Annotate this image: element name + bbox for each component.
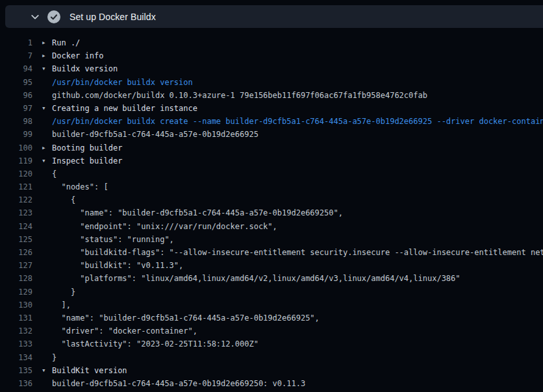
log-content: 1 ▸Run ./ 7 ▸Docker info 94 ▾Buildx vers…: [0, 28, 543, 392]
log-line: 134 }: [0, 351, 543, 364]
line-number[interactable]: 136: [0, 377, 32, 390]
line-number[interactable]: 7: [0, 49, 32, 62]
line-number[interactable]: 99: [0, 128, 32, 141]
log-text: "nodes": [: [52, 182, 108, 191]
line-number[interactable]: 100: [0, 141, 32, 154]
log-line-body: "buildkit": "v0.11.3",: [42, 259, 543, 272]
chevron-down-icon[interactable]: [30, 12, 40, 22]
line-number[interactable]: 127: [0, 259, 32, 272]
line-number[interactable]: 97: [0, 102, 32, 115]
line-number[interactable]: 131: [0, 312, 32, 325]
log-text: "endpoint": "unix:///var/run/docker.sock…: [52, 222, 277, 231]
log-text: "buildkitd-flags": "--allow-insecure-ent…: [52, 248, 543, 257]
log-group-toggle[interactable]: ▸Booting builder: [42, 141, 543, 154]
log-line: 122 {: [0, 193, 543, 206]
log-line-body: }: [42, 286, 543, 299]
caret-icon: ▸: [42, 49, 52, 62]
log-text: Booting builder: [52, 143, 122, 153]
line-number[interactable]: 124: [0, 220, 32, 233]
log-text: }: [52, 353, 57, 362]
log-text: Buildx version: [52, 64, 118, 73]
log-text: github.com/docker/buildx 0.10.3+azure-1 …: [52, 91, 427, 100]
log-text: }: [52, 288, 75, 297]
log-text: "name": "builder-d9cfb5a1-c764-445a-a57e…: [52, 313, 320, 323]
line-number[interactable]: 129: [0, 286, 32, 299]
log-text: Run ./: [52, 38, 80, 47]
log-line: 124 "endpoint": "unix:///var/run/docker.…: [0, 220, 543, 233]
line-number[interactable]: 1: [0, 36, 32, 49]
line-number[interactable]: 132: [0, 325, 32, 337]
log-line-body: "nodes": [: [42, 180, 543, 193]
caret-icon: ▸: [42, 141, 52, 154]
log-group-toggle[interactable]: ▾BuildKit version: [42, 364, 543, 377]
caret-icon: ▾: [42, 62, 52, 75]
log-line-body: "name": "builder-d9cfb5a1-c764-445a-a57e…: [42, 206, 543, 219]
log-line-body: }: [42, 351, 543, 364]
log-group-toggle[interactable]: ▾Inspect builder: [42, 154, 543, 167]
log-text: Docker info: [52, 51, 103, 60]
line-number[interactable]: 135: [0, 364, 32, 377]
log-line: 1 ▸Run ./: [0, 36, 543, 49]
log-line: 136 builder-d9cfb5a1-c764-445a-a57e-0b19…: [0, 377, 543, 390]
log-line-body: "platforms": "linux/amd64,linux/amd64/v2…: [42, 272, 543, 285]
log-group-toggle[interactable]: ▸Docker info: [42, 49, 543, 62]
log-text: {: [52, 195, 75, 204]
line-number[interactable]: 133: [0, 337, 32, 350]
check-circle-icon: [47, 10, 60, 23]
caret-icon: ▾: [42, 154, 52, 167]
log-text: BuildKit version: [52, 366, 127, 375]
line-number[interactable]: 121: [0, 180, 32, 193]
log-line-body: ],: [42, 299, 543, 312]
log-line: 126 "buildkitd-flags": "--allow-insecure…: [0, 246, 543, 259]
log-text: "platforms": "linux/amd64,linux/amd64/v2…: [52, 274, 461, 283]
log-line: 7 ▸Docker info: [0, 49, 543, 62]
log-line: 125 "status": "running",: [0, 233, 543, 246]
log-line: 135 ▾BuildKit version: [0, 364, 543, 377]
line-number[interactable]: 130: [0, 299, 32, 312]
log-line: 99 builder-d9cfb5a1-c764-445a-a57e-0b19d…: [0, 128, 543, 141]
log-text: builder-d9cfb5a1-c764-445a-a57e-0b19d2e6…: [52, 130, 259, 139]
line-number[interactable]: 119: [0, 154, 32, 167]
line-number[interactable]: 122: [0, 193, 32, 206]
log-group-toggle[interactable]: ▸Run ./: [42, 36, 543, 49]
log-line: 131 "name": "builder-d9cfb5a1-c764-445a-…: [0, 312, 543, 325]
log-text: "status": "running",: [52, 235, 174, 244]
log-text: /usr/bin/docker buildx version: [52, 78, 193, 87]
log-text: {: [52, 169, 57, 178]
log-line-body: builder-d9cfb5a1-c764-445a-a57e-0b19d2e6…: [42, 128, 543, 141]
caret-icon: ▸: [42, 36, 52, 49]
log-line: 129 }: [0, 286, 543, 299]
log-line: 100 ▸Booting builder: [0, 141, 543, 154]
log-line: 123 "name": "builder-d9cfb5a1-c764-445a-…: [0, 206, 543, 219]
line-number[interactable]: 125: [0, 233, 32, 246]
log-line: 119 ▾Inspect builder: [0, 154, 543, 167]
log-line: 120 {: [0, 167, 543, 180]
log-line: 132 "driver": "docker-container",: [0, 325, 543, 337]
line-number[interactable]: 126: [0, 246, 32, 259]
log-line-body: /usr/bin/docker buildx version: [42, 76, 543, 89]
line-number[interactable]: 134: [0, 351, 32, 364]
log-line: 97 ▾Creating a new builder instance: [0, 102, 543, 115]
log-text: /usr/bin/docker buildx create --name bui…: [52, 117, 543, 126]
log-line-body: {: [42, 167, 543, 180]
log-group-toggle[interactable]: ▾Creating a new builder instance: [42, 102, 543, 115]
line-number[interactable]: 123: [0, 206, 32, 219]
log-text: "name": "builder-d9cfb5a1-c764-445a-a57e…: [52, 208, 343, 217]
log-line: 98 /usr/bin/docker buildx create --name …: [0, 115, 543, 128]
line-number[interactable]: 120: [0, 167, 32, 180]
log-text: "driver": "docker-container",: [52, 326, 197, 336]
line-number[interactable]: 95: [0, 76, 32, 89]
line-number[interactable]: 128: [0, 272, 32, 285]
log-line: 95 /usr/bin/docker buildx version: [0, 76, 543, 89]
log-line: 133 "lastActivity": "2023-02-25T11:58:12…: [0, 337, 543, 350]
log-line: 121 "nodes": [: [0, 180, 543, 193]
log-line: 96 github.com/docker/buildx 0.10.3+azure…: [0, 89, 543, 102]
log-line: 130 ],: [0, 299, 543, 312]
log-text: Creating a new builder instance: [52, 104, 197, 113]
step-header[interactable]: Set up Docker Buildx: [5, 5, 543, 28]
line-number[interactable]: 94: [0, 62, 32, 75]
log-group-toggle[interactable]: ▾Buildx version: [42, 62, 543, 75]
line-number[interactable]: 96: [0, 89, 32, 102]
log-text: ],: [52, 300, 71, 310]
line-number[interactable]: 98: [0, 115, 32, 128]
